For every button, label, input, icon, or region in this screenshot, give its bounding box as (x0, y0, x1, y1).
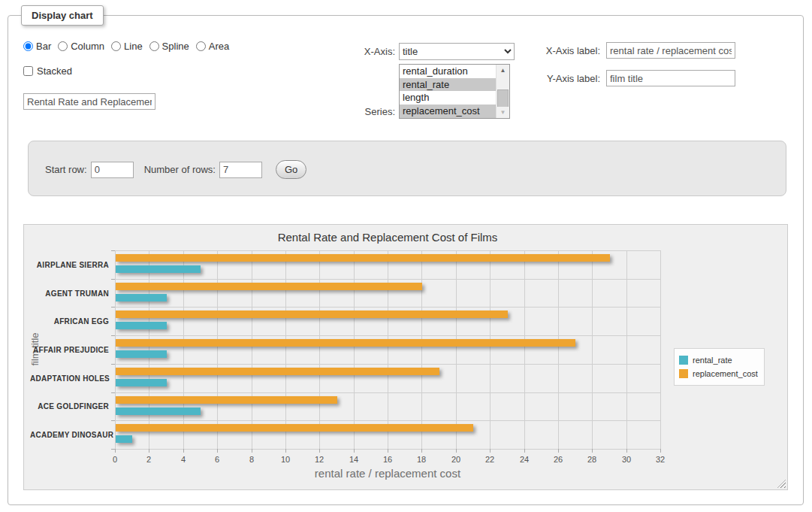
gridline-vertical (626, 250, 627, 449)
x-axis-tick (319, 449, 320, 453)
x-axis-tick-label: 12 (308, 455, 331, 464)
x-axis-tick (421, 449, 422, 453)
chart-type-radio-area[interactable] (196, 41, 206, 51)
chart-type-option-column: Column (58, 41, 104, 52)
resize-handle-icon[interactable] (777, 480, 786, 488)
x-axis-tick-label: 4 (172, 455, 195, 464)
gridline-vertical (421, 250, 422, 449)
scroll-down-icon[interactable]: ▼ (497, 107, 509, 118)
bar-rental_rate[interactable] (116, 379, 167, 386)
bar-rental_rate[interactable] (116, 294, 167, 301)
bar-replacement_cost[interactable] (116, 368, 439, 375)
x-axis-tick-label: 0 (104, 455, 126, 464)
legend-item-replacement_cost[interactable]: replacement_cost (679, 368, 758, 380)
x-axis-tick (217, 449, 218, 453)
listbox-scrollbar[interactable]: ▲ ▼ (496, 65, 509, 118)
x-axis-tick (592, 449, 593, 453)
x-axis-tick (626, 449, 627, 453)
x-axis-tick (524, 449, 525, 453)
bar-rental_rate[interactable] (116, 435, 132, 443)
bar-rental_rate[interactable] (116, 265, 201, 273)
category-label: ACADEMY DINOSAUR (30, 431, 109, 439)
gridline-vertical (319, 250, 320, 449)
gridline-vertical (456, 250, 457, 449)
x-axis-select[interactable]: title (399, 43, 515, 60)
x-axis-tick (183, 449, 184, 453)
stacked-checkbox[interactable] (23, 66, 33, 76)
series-listbox[interactable]: rental_durationrental_ratelengthreplacem… (399, 64, 510, 119)
bar-rental_rate[interactable] (116, 322, 167, 329)
category-label: ACE GOLDFINGER (30, 402, 109, 411)
y-axis-label-input[interactable] (606, 70, 735, 86)
chart-type-radio-bar[interactable] (23, 41, 33, 51)
start-row-label: Start row: (45, 164, 87, 175)
gridline-vertical (354, 250, 355, 449)
x-axis-tick-label: 24 (513, 455, 536, 464)
x-axis-tick (149, 449, 149, 453)
chart-plot-area (115, 250, 660, 449)
legend-item-rental_rate[interactable]: rental_rate (679, 354, 758, 366)
y-axis-tick (111, 392, 115, 393)
chart-type-option-area: Area (196, 41, 229, 52)
gridline-vertical (149, 250, 149, 449)
chart-type-radio-group: BarColumnLineSplineArea (23, 41, 236, 52)
chart-type-radio-column[interactable] (58, 41, 68, 51)
y-axis-tick (111, 279, 115, 280)
scroll-up-icon[interactable]: ▲ (497, 65, 509, 76)
bar-rental_rate[interactable] (116, 350, 167, 358)
row-range-box: Start row: Number of rows: Go (28, 141, 786, 196)
x-axis-tick (490, 449, 491, 453)
chart-type-option-label: Spline (162, 41, 189, 52)
gridline-horizontal (115, 392, 660, 393)
chart-type-option-bar: Bar (23, 41, 51, 52)
chart-type-radio-line[interactable] (111, 41, 121, 51)
y-axis-tick (111, 449, 115, 450)
gridline-vertical (660, 250, 661, 449)
series-option-rental_rate[interactable]: rental_rate (400, 78, 497, 92)
chart-type-option-label: Line (124, 41, 143, 52)
gridline-vertical (183, 250, 184, 449)
scrollbar-thumb[interactable] (497, 89, 509, 108)
x-axis-tick (456, 449, 457, 453)
series-option-replacement_cost[interactable]: replacement_cost (400, 105, 497, 118)
bar-replacement_cost[interactable] (116, 424, 473, 432)
category-label: AFFAIR PREJUDICE (30, 346, 109, 354)
bar-replacement_cost[interactable] (116, 311, 508, 318)
x-axis-tick-label: 6 (206, 455, 228, 464)
legend-label: rental_rate (693, 356, 732, 365)
y-axis-tick (111, 335, 115, 336)
y-axis-tick (111, 250, 115, 251)
stacked-label: Stacked (37, 65, 72, 77)
x-axis-tick (285, 449, 286, 453)
number-of-rows-label: Number of rows: (144, 164, 216, 175)
bar-replacement_cost[interactable] (116, 396, 337, 404)
x-axis-select-row: X-Axis: title (346, 43, 515, 60)
go-button[interactable]: Go (276, 160, 306, 179)
chart-type-option-spline: Spline (149, 41, 189, 52)
gridline-horizontal (115, 250, 660, 251)
chart-type-radio-spline[interactable] (149, 41, 159, 51)
y-axis-tick (111, 364, 115, 365)
start-row-input[interactable] (91, 162, 134, 178)
gridline-horizontal (115, 307, 660, 308)
y-axis-label-row: Y-Axis label: (519, 70, 735, 86)
bar-replacement_cost[interactable] (116, 339, 575, 347)
series-option-rental_duration[interactable]: rental_duration (400, 65, 497, 78)
x-axis-tick (388, 449, 388, 453)
gridline-horizontal (115, 420, 660, 421)
y-axis-label-label: Y-Axis label: (519, 73, 600, 84)
gridline-vertical (217, 250, 218, 449)
series-option-length[interactable]: length (400, 91, 497, 105)
x-axis-tick-label: 14 (343, 455, 365, 464)
x-axis-label-input[interactable] (606, 42, 735, 59)
bar-rental_rate[interactable] (116, 407, 201, 415)
bar-replacement_cost[interactable] (116, 254, 610, 262)
chart-title-input[interactable] (23, 93, 155, 110)
bar-replacement_cost[interactable] (116, 283, 422, 290)
chart-container: Rental Rate and Replacement Cost of Film… (23, 224, 788, 490)
x-axis-tick (354, 449, 355, 453)
gridline-vertical (115, 250, 116, 449)
legend-label: replacement_cost (693, 369, 758, 378)
gridline-vertical (285, 250, 286, 449)
number-of-rows-input[interactable] (219, 162, 262, 178)
